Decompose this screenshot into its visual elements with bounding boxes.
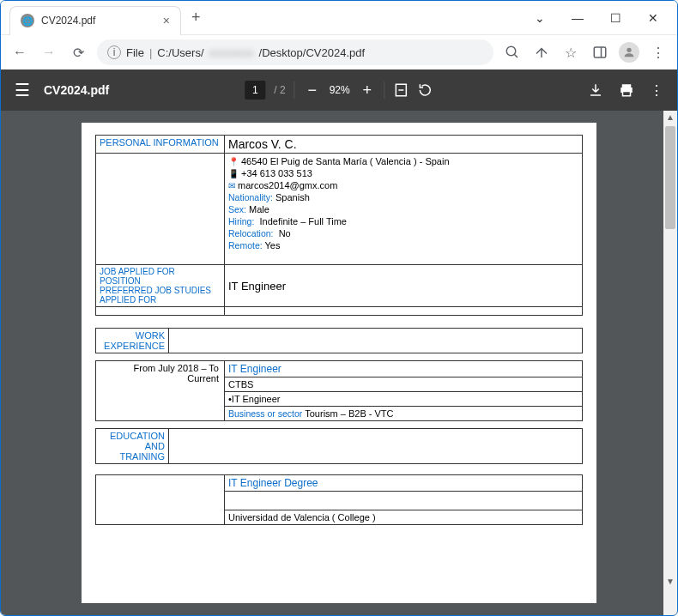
tab-close-icon[interactable]: × bbox=[163, 14, 170, 27]
window-controls: ⌄ — ☐ ✕ bbox=[524, 6, 677, 30]
close-button[interactable]: ✕ bbox=[638, 6, 669, 30]
work-exp-label: WORK EXPERIENCE bbox=[96, 329, 169, 353]
tab-title: CV2024.pdf bbox=[41, 15, 156, 27]
relocation-label: Relocation: bbox=[228, 228, 274, 239]
personal-info-label: PERSONAL INFORMATION bbox=[96, 136, 225, 154]
work-sector: Tourism – B2B - VTC bbox=[305, 408, 393, 419]
chevron-down-icon[interactable]: ⌄ bbox=[524, 6, 555, 30]
url-blurred-segment: xxxxxxxx bbox=[209, 46, 254, 59]
share-icon[interactable] bbox=[531, 42, 552, 63]
url-path-end: /Desktop/CV2024.pdf bbox=[259, 46, 366, 59]
reload-button[interactable]: ⟳ bbox=[68, 42, 88, 63]
pdf-viewer: PERSONAL INFORMATION Marcos V. C. 📍46540… bbox=[1, 111, 677, 616]
scroll-up-icon[interactable]: ▲ bbox=[666, 112, 675, 122]
job-applied-label: JOB APPLIED FOR POSITION PREFERRED JOB S… bbox=[96, 265, 225, 307]
zoom-out-button[interactable]: − bbox=[304, 82, 321, 100]
work-title: IT Engineer bbox=[225, 361, 583, 377]
rotate-icon[interactable] bbox=[418, 82, 433, 98]
work-period: From July 2018 – To Current bbox=[96, 361, 225, 421]
svg-rect-7 bbox=[622, 84, 632, 88]
work-role: •IT Engineer bbox=[225, 392, 583, 407]
cv-address: 46540 El Puig de Santa María ( Valencia … bbox=[241, 156, 450, 166]
more-icon[interactable]: ⋮ bbox=[650, 82, 663, 99]
phone-icon: 📱 bbox=[228, 169, 239, 178]
university: Universidad de Valencia ( College ) bbox=[225, 510, 583, 525]
cv-workexp-header: WORK EXPERIENCE bbox=[95, 328, 583, 353]
svg-line-1 bbox=[514, 54, 518, 57]
fit-page-icon[interactable] bbox=[394, 82, 409, 98]
degree: IT Engineer Degree bbox=[225, 475, 583, 492]
cv-phone: +34 613 033 513 bbox=[241, 168, 312, 178]
svg-point-4 bbox=[627, 48, 631, 52]
toolbar-divider bbox=[294, 82, 295, 99]
cv-education-header: EDUCATION AND TRAINING bbox=[95, 428, 583, 464]
print-icon[interactable] bbox=[619, 82, 634, 98]
pdf-page: PERSONAL INFORMATION Marcos V. C. 📍46540… bbox=[82, 123, 596, 603]
zoom-in-button[interactable]: + bbox=[359, 82, 376, 100]
cv-sex: Male bbox=[249, 204, 269, 214]
cv-education-entry: IT Engineer Degree Universidad de Valenc… bbox=[95, 474, 583, 525]
scrollbar[interactable]: ▲ ▼ bbox=[663, 111, 677, 616]
cv-remote: Yes bbox=[265, 240, 281, 251]
cv-nationality: Spanish bbox=[275, 192, 310, 202]
menu-icon[interactable]: ⋮ bbox=[648, 42, 669, 63]
cv-contact-cell: 📍46540 El Puig de Santa María ( Valencia… bbox=[225, 154, 583, 265]
pdf-toolbar: ☰ CV2024.pdf 1 / 2 − 92% + ⋮ bbox=[1, 69, 677, 111]
location-icon: 📍 bbox=[228, 157, 239, 166]
url-separator: | bbox=[149, 46, 152, 59]
url-scheme: File bbox=[126, 46, 144, 59]
address-bar: ← → ⟳ i File | C:/Users/ xxxxxxxx /Deskt… bbox=[1, 35, 677, 69]
cv-relocation: No bbox=[279, 228, 291, 239]
svg-rect-2 bbox=[594, 47, 606, 57]
page-input[interactable]: 1 bbox=[245, 81, 265, 100]
work-sector-label: Business or sector bbox=[228, 408, 302, 419]
education-label: EDUCATION AND TRAINING bbox=[96, 429, 169, 464]
scroll-down-icon[interactable]: ▼ bbox=[666, 577, 675, 586]
svg-point-0 bbox=[506, 46, 516, 56]
sex-label: Sex: bbox=[228, 204, 246, 214]
pdf-filename: CV2024.pdf bbox=[44, 83, 109, 97]
url-input[interactable]: i File | C:/Users/ xxxxxxxx /Desktop/CV2… bbox=[97, 39, 493, 65]
minimize-button[interactable]: — bbox=[562, 6, 593, 30]
back-button[interactable]: ← bbox=[9, 42, 30, 63]
toolbar-divider bbox=[384, 82, 385, 99]
download-icon[interactable] bbox=[588, 82, 603, 98]
scroll-thumb[interactable] bbox=[665, 126, 675, 229]
work-company: CTBS bbox=[225, 377, 583, 392]
hamburger-icon[interactable]: ☰ bbox=[15, 80, 30, 100]
info-icon[interactable]: i bbox=[107, 45, 121, 59]
url-path-start: C:/Users/ bbox=[157, 46, 203, 59]
cv-personal-table: PERSONAL INFORMATION Marcos V. C. 📍46540… bbox=[95, 135, 583, 316]
forward-button[interactable]: → bbox=[39, 42, 59, 63]
browser-tab[interactable]: 🌐 CV2024.pdf × bbox=[9, 6, 181, 35]
side-panel-icon[interactable] bbox=[590, 42, 610, 63]
cv-job-applied: IT Engineer bbox=[225, 265, 583, 307]
page-total: / 2 bbox=[274, 84, 285, 96]
svg-rect-9 bbox=[623, 92, 631, 96]
new-tab-button[interactable]: + bbox=[191, 9, 201, 27]
nationality-label: Nationality: bbox=[228, 192, 273, 202]
cv-workexp-entry: From July 2018 – To Current IT Engineer … bbox=[95, 360, 583, 421]
cv-email: marcos2014@gmx.com bbox=[238, 180, 337, 190]
browser-titlebar: 🌐 CV2024.pdf × + ⌄ — ☐ ✕ bbox=[1, 1, 677, 35]
search-icon[interactable] bbox=[502, 42, 523, 63]
cv-name: Marcos V. C. bbox=[225, 136, 583, 154]
maximize-button[interactable]: ☐ bbox=[600, 6, 631, 30]
tab-favicon: 🌐 bbox=[21, 14, 34, 27]
zoom-value: 92% bbox=[330, 84, 350, 96]
hiring-label: Hiring: bbox=[228, 216, 254, 226]
profile-avatar[interactable] bbox=[619, 42, 639, 63]
cv-hiring: Indefinite – Full Time bbox=[259, 216, 347, 226]
email-icon: ✉ bbox=[228, 181, 235, 190]
remote-label: Remote: bbox=[228, 240, 263, 251]
bookmark-icon[interactable]: ☆ bbox=[560, 42, 581, 63]
